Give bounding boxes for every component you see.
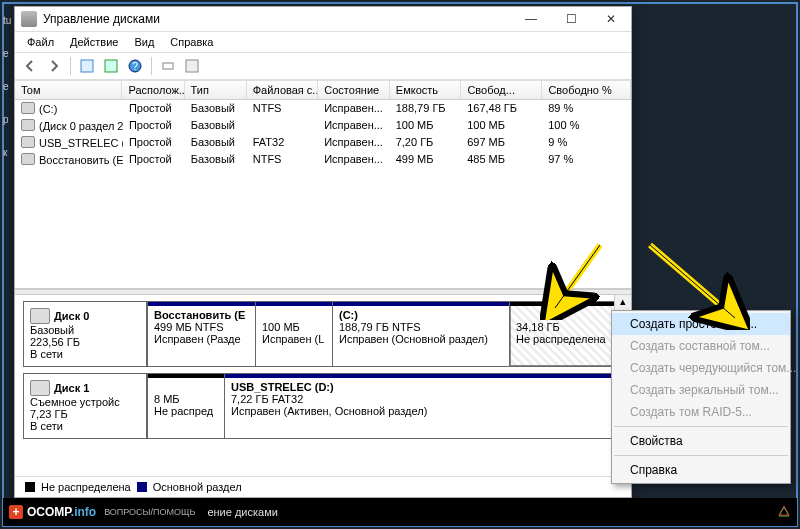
minimize-button[interactable]: —	[511, 7, 551, 31]
task-button[interactable]: ение дисками	[207, 506, 277, 518]
disk1-part-usb[interactable]: USB_STRELEC (D:) 7,22 ГБ FAT32 Исправен …	[224, 374, 622, 438]
tray[interactable]	[777, 504, 791, 520]
col-state[interactable]: Состояние	[318, 81, 390, 99]
disk1-part-unallocated[interactable]: 8 МБ Не распред	[147, 374, 224, 438]
ctx-create-spanned-volume: Создать составной том...	[612, 335, 790, 357]
disk-icon	[30, 380, 50, 396]
col-free[interactable]: Свобод...	[461, 81, 542, 99]
svg-rect-5	[186, 60, 198, 72]
col-type[interactable]: Тип	[185, 81, 247, 99]
tray-icon	[777, 504, 791, 518]
maximize-button[interactable]: ☐	[551, 7, 591, 31]
ctx-create-striped-volume: Создать чередующийся том...	[612, 357, 790, 379]
context-menu: Создать простой том... Создать составной…	[611, 310, 791, 484]
svg-rect-4	[163, 63, 173, 69]
column-headers[interactable]: Том Располож... Тип Файловая с... Состоя…	[15, 80, 631, 100]
back-icon[interactable]	[19, 55, 41, 77]
col-freepct[interactable]: Свободно %	[542, 81, 631, 99]
menu-file[interactable]: Файл	[21, 34, 60, 50]
toolbar: ?	[15, 53, 631, 80]
ctx-help[interactable]: Справка	[612, 459, 790, 481]
swatch-unallocated	[25, 482, 35, 492]
refresh-icon[interactable]	[100, 55, 122, 77]
ctx-create-raid5-volume: Создать том RAID-5...	[612, 401, 790, 423]
menu-help[interactable]: Справка	[164, 34, 219, 50]
disk0-part-c[interactable]: (C:) 188,79 ГБ NTFS Исправен (Основной р…	[332, 302, 509, 366]
forward-icon[interactable]	[43, 55, 65, 77]
tb-icon-3[interactable]	[181, 55, 203, 77]
menu-view[interactable]: Вид	[128, 34, 160, 50]
taskbar[interactable]: +OCOMP.info ВОПРОСЫ/ПОМОЩЬ ение дисками	[3, 498, 797, 526]
annotation-arrow-1	[540, 240, 610, 320]
app-icon	[21, 11, 37, 27]
close-button[interactable]: ✕	[591, 7, 631, 31]
table-row[interactable]: Восстановить (E:)ПростойБазовыйNTFSИспра…	[15, 151, 631, 168]
titlebar[interactable]: Управление дисками — ☐ ✕	[15, 7, 631, 32]
tb-icon-1[interactable]	[76, 55, 98, 77]
col-capacity[interactable]: Емкость	[390, 81, 462, 99]
tb-icon-2[interactable]	[157, 55, 179, 77]
table-row[interactable]: (C:)ПростойБазовыйNTFSИсправен...188,79 …	[15, 100, 631, 117]
disk0-part-efi[interactable]: 100 МБ Исправен (L	[255, 302, 332, 366]
svg-rect-1	[105, 60, 117, 72]
col-layout[interactable]: Располож...	[122, 81, 184, 99]
col-fs[interactable]: Файловая с...	[247, 81, 319, 99]
disk-icon	[30, 308, 50, 324]
disk0-part-recovery[interactable]: Восстановить (E 499 МБ NTFS Исправен (Ра…	[147, 302, 255, 366]
disk-graphical-view: Диск 0 Базовый 223,56 ГБ В сети Восстано…	[15, 295, 631, 476]
table-row[interactable]: USB_STRELEC (D:)ПростойБазовыйFAT32Испра…	[15, 134, 631, 151]
menu-action[interactable]: Действие	[64, 34, 124, 50]
svg-text:?: ?	[132, 61, 138, 72]
col-volume[interactable]: Том	[15, 81, 122, 99]
annotation-arrow-2	[640, 240, 750, 330]
disk1-block: Диск 1 Съемное устройс 7,23 ГБ В сети 8 …	[23, 373, 623, 439]
swatch-primary	[137, 482, 147, 492]
window-title: Управление дисками	[43, 12, 511, 26]
legend: Не распределена Основной раздел	[15, 476, 631, 497]
menubar: Файл Действие Вид Справка	[15, 32, 631, 53]
volume-list[interactable]: Том Располож... Тип Файловая с... Состоя…	[15, 80, 631, 289]
ctx-properties[interactable]: Свойства	[612, 430, 790, 452]
desktop-hint: tuеерк	[3, 15, 13, 180]
disk0-label[interactable]: Диск 0 Базовый 223,56 ГБ В сети	[24, 302, 147, 366]
disk1-label[interactable]: Диск 1 Съемное устройс 7,23 ГБ В сети	[24, 374, 147, 438]
ctx-create-mirrored-volume: Создать зеркальный том...	[612, 379, 790, 401]
disk0-block: Диск 0 Базовый 223,56 ГБ В сети Восстано…	[23, 301, 623, 367]
help-icon[interactable]: ?	[124, 55, 146, 77]
brand-logo: +OCOMP.info	[9, 505, 96, 519]
brand-sub: ВОПРОСЫ/ПОМОЩЬ	[104, 507, 195, 517]
svg-rect-0	[81, 60, 93, 72]
table-row[interactable]: (Диск 0 раздел 2)ПростойБазовыйИсправен.…	[15, 117, 631, 134]
